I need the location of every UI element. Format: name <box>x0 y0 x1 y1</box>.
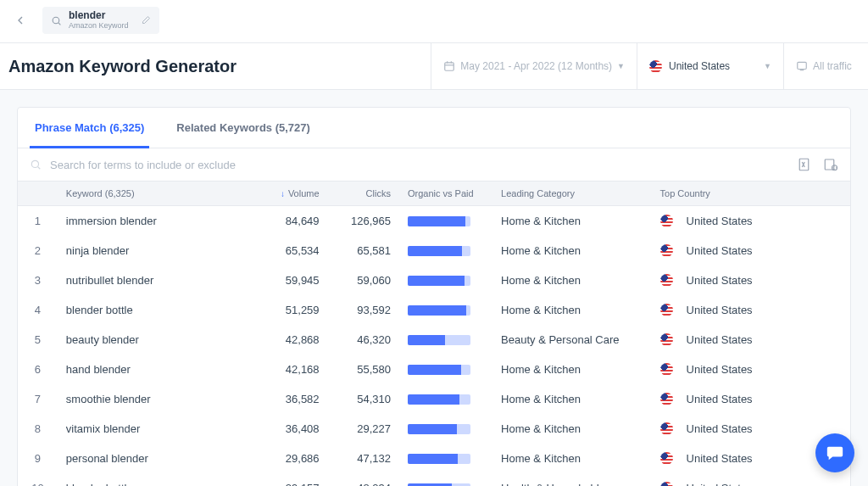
table-row[interactable]: 3nutribullet blender59,94559,060Home & K… <box>18 265 850 295</box>
row-keyword: hand blender <box>58 355 256 384</box>
row-index: 4 <box>18 295 58 325</box>
row-category: Home & Kitchen <box>492 236 651 265</box>
row-index: 6 <box>18 355 58 384</box>
traffic-icon <box>796 60 808 72</box>
row-keyword: vitamix blender <box>58 414 256 444</box>
col-keyword[interactable]: Keyword (6,325) <box>58 182 256 206</box>
table-row[interactable]: 8vitamix blender36,40829,227Home & Kitch… <box>18 414 850 444</box>
arrow-left-icon <box>14 14 27 27</box>
chevron-down-icon: ▼ <box>730 62 771 70</box>
row-country: United States <box>652 384 850 414</box>
back-button[interactable] <box>8 8 32 32</box>
row-organic-bar <box>399 206 492 237</box>
tab-phrase-match[interactable]: Phrase Match (6,325) <box>30 108 149 148</box>
row-index: 1 <box>18 206 58 237</box>
row-volume: 65,534 <box>256 236 327 265</box>
row-keyword: ninja blender <box>58 236 256 265</box>
row-keyword: blender bottles <box>58 473 256 486</box>
row-organic-bar <box>399 355 492 384</box>
row-index: 10 <box>18 473 58 486</box>
row-volume: 42,868 <box>256 325 327 355</box>
row-volume: 59,945 <box>256 265 327 295</box>
row-category: Home & Kitchen <box>492 384 651 414</box>
row-keyword: blender bottle <box>58 295 256 325</box>
table-row[interactable]: 5beauty blender42,86846,320Beauty & Pers… <box>18 325 850 355</box>
svg-line-1 <box>58 22 60 24</box>
row-category: Home & Kitchen <box>492 265 651 295</box>
chevron-down-icon: ▼ <box>612 62 625 70</box>
date-range-selector[interactable]: May 2021 - Apr 2022 (12 Months) ▼ <box>431 43 637 89</box>
flag-us-icon <box>649 60 662 73</box>
flag-us-icon <box>660 304 673 316</box>
search-icon <box>51 15 62 26</box>
row-country: United States <box>652 355 850 384</box>
row-country: United States <box>652 265 850 295</box>
flag-us-icon <box>660 215 673 227</box>
row-volume: 36,408 <box>256 414 327 444</box>
filter-input[interactable] <box>50 159 787 171</box>
page-title: Amazon Keyword Generator <box>0 45 245 88</box>
row-organic-bar <box>399 473 492 486</box>
flag-us-icon <box>660 333 673 346</box>
flag-us-icon <box>660 422 673 435</box>
table-row[interactable]: 9personal blender29,68647,132Home & Kitc… <box>18 444 850 473</box>
row-clicks: 65,581 <box>328 236 399 265</box>
row-keyword: personal blender <box>58 444 256 473</box>
col-top-country[interactable]: Top Country <box>652 182 850 206</box>
row-organic-bar <box>399 295 492 325</box>
row-organic-bar <box>399 444 492 473</box>
col-clicks[interactable]: Clicks <box>328 182 399 206</box>
header-row: Amazon Keyword Generator May 2021 - Apr … <box>0 42 868 90</box>
table-row[interactable]: 1immersion blender84,649126,965Home & Ki… <box>18 206 850 237</box>
flag-us-icon <box>660 482 673 486</box>
tab-related-keywords[interactable]: Related Keywords (5,727) <box>171 108 315 148</box>
svg-rect-6 <box>798 62 807 69</box>
table-row[interactable]: 6hand blender42,16855,580Home & KitchenU… <box>18 355 850 384</box>
filter-row <box>18 148 850 182</box>
row-category: Home & Kitchen <box>492 355 651 384</box>
country-selector[interactable]: United States ▼ <box>637 43 783 89</box>
svg-rect-10 <box>799 159 809 170</box>
row-volume: 29,157 <box>256 473 327 486</box>
row-clicks: 54,310 <box>328 384 399 414</box>
table-row[interactable]: 2ninja blender65,53465,581Home & Kitchen… <box>18 236 850 265</box>
row-organic-bar <box>399 325 492 355</box>
traffic-selector[interactable]: All traffic <box>783 43 868 89</box>
row-keyword: nutribullet blender <box>58 265 256 295</box>
col-organic-paid[interactable]: Organic vs Paid <box>399 182 492 206</box>
settings-gear-icon[interactable] <box>823 157 838 172</box>
chat-widget[interactable] <box>815 433 854 472</box>
keyword-table: Keyword (6,325) ↓Volume Clicks Organic v… <box>18 182 850 486</box>
row-index: 5 <box>18 325 58 355</box>
keyword-chip[interactable]: blender Amazon Keyword <box>42 7 159 34</box>
row-organic-bar <box>399 265 492 295</box>
row-volume: 36,582 <box>256 384 327 414</box>
table-row[interactable]: 10blender bottles29,15748,234Health & Ho… <box>18 473 850 486</box>
row-volume: 84,649 <box>256 206 327 237</box>
flag-us-icon <box>660 393 673 405</box>
edit-icon[interactable] <box>141 15 151 25</box>
flag-us-icon <box>660 244 673 257</box>
country-label: United States <box>669 60 730 72</box>
col-index <box>18 182 58 206</box>
row-clicks: 126,965 <box>328 206 399 237</box>
row-keyword: smoothie blender <box>58 384 256 414</box>
row-clicks: 59,060 <box>328 265 399 295</box>
row-clicks: 93,592 <box>328 295 399 325</box>
table-row[interactable]: 4blender bottle51,25993,592Home & Kitche… <box>18 295 850 325</box>
tabs: Phrase Match (6,325) Related Keywords (5… <box>18 108 850 148</box>
row-organic-bar <box>399 384 492 414</box>
col-volume[interactable]: ↓Volume <box>256 182 327 206</box>
flag-us-icon <box>660 363 673 376</box>
col-leading-category[interactable]: Leading Category <box>492 182 651 206</box>
row-volume: 42,168 <box>256 355 327 384</box>
row-volume: 29,686 <box>256 444 327 473</box>
row-category: Home & Kitchen <box>492 444 651 473</box>
row-organic-bar <box>399 414 492 444</box>
export-excel-icon[interactable] <box>798 157 813 172</box>
table-row[interactable]: 7smoothie blender36,58254,310Home & Kitc… <box>18 384 850 414</box>
top-bar: blender Amazon Keyword <box>0 0 868 42</box>
row-category: Home & Kitchen <box>492 295 651 325</box>
row-organic-bar <box>399 236 492 265</box>
svg-rect-11 <box>825 159 834 170</box>
